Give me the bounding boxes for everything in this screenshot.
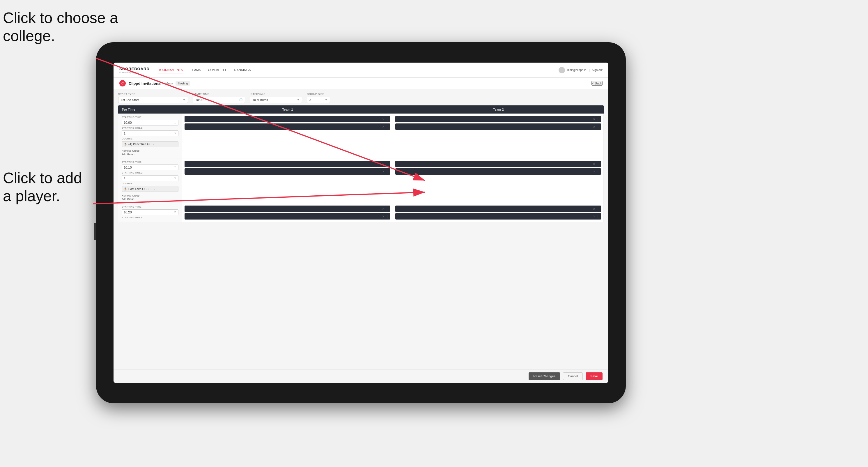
starting-time-label-3: STARTING TIME:: [122, 206, 179, 208]
team1-header: Team 1: [182, 105, 393, 114]
starting-hole-label-1: STARTING HOLE:: [122, 127, 179, 129]
clock-icon-3: ⏱: [174, 211, 176, 214]
brand-title: SCOREBOARD: [119, 67, 150, 71]
team1-cell-2: ✕ ⋮ ✕ ⋮: [182, 158, 393, 203]
start-time-label: Start Time: [193, 93, 245, 95]
x-icon-4-1[interactable]: ✕: [593, 162, 595, 166]
starting-time-input-2[interactable]: 10:10 ⏱: [122, 164, 179, 170]
chevron-down-icon-3: ▼: [325, 98, 328, 101]
start-type-select[interactable]: 1st Tee Start ▼: [118, 97, 188, 103]
x-icon-1-2[interactable]: ✕: [382, 125, 384, 128]
expand-icon-2-2[interactable]: ⋮: [596, 125, 599, 128]
start-time-select[interactable]: 10:00 🕐: [193, 97, 245, 103]
tablet-screen: SCOREBOARD Powered by clippd TOURNAMENTS…: [114, 63, 608, 383]
group-size-label: Group Size: [307, 93, 330, 95]
start-type-label: Start Type: [118, 93, 188, 95]
action-links-2: Remove Group Add Group: [122, 194, 179, 200]
brand: SCOREBOARD Powered by clippd: [119, 67, 150, 74]
player-slot-6-1[interactable]: ✕ ⋮: [395, 206, 601, 212]
cancel-button[interactable]: Cancel: [563, 372, 583, 380]
x-icon-5-1[interactable]: ✕: [382, 207, 384, 211]
x-icon-2-1[interactable]: ✕: [593, 118, 595, 121]
remove-group-link-1[interactable]: Remove Group: [122, 149, 179, 152]
remove-group-link-2[interactable]: Remove Group: [122, 194, 179, 197]
team1-cell-3: ✕ ⋮ ✕ ⋮: [182, 203, 393, 222]
group-size-select[interactable]: 3 ▼: [307, 97, 330, 103]
tablet-frame: SCOREBOARD Powered by clippd TOURNAMENTS…: [96, 42, 626, 403]
expand-icon-1-1[interactable]: ⋮: [386, 118, 389, 121]
expand-icon-6-2[interactable]: ⋮: [596, 215, 599, 218]
course-remove-2[interactable]: ×: [148, 187, 149, 191]
player-slot-3-1[interactable]: ✕ ⋮: [185, 161, 390, 167]
course-label-1: COURSE:: [122, 137, 179, 140]
expand-icon-4-2[interactable]: ⋮: [596, 170, 599, 173]
nav-committee[interactable]: COMMITTEE: [208, 67, 227, 73]
tee-sheet[interactable]: STARTING TIME: 10:00 ⏱ STARTING HOLE: 1 …: [114, 114, 608, 369]
starting-time-input-3[interactable]: 10:20 ⏱: [122, 209, 179, 215]
add-group-link-1[interactable]: Add Group: [122, 153, 179, 156]
chevron-hole-2: ▼: [174, 177, 176, 180]
event-logo: C: [119, 80, 126, 87]
player-slot-6-2[interactable]: ✕ ⋮: [395, 213, 601, 220]
x-icon-5-2[interactable]: ✕: [382, 215, 384, 218]
intervals-group: Intervals 10 Minutes ▼: [250, 93, 302, 103]
expand-icon-2-1[interactable]: ⋮: [596, 118, 599, 121]
nav-rankings[interactable]: RANKINGS: [234, 67, 251, 73]
team2-cell-3: ✕ ⋮ ✕ ⋮: [393, 203, 604, 222]
annotation-line2: college.: [3, 27, 55, 44]
x-icon-3-2[interactable]: ✕: [382, 170, 384, 173]
x-icon-1-1[interactable]: ✕: [382, 118, 384, 121]
player-slot-5-1[interactable]: ✕ ⋮: [185, 206, 390, 212]
expand-icon-5-1[interactable]: ⋮: [386, 207, 389, 211]
annotation-add-player: Click to add a player.: [3, 169, 82, 205]
expand-icon-5-2[interactable]: ⋮: [386, 215, 389, 218]
group-size-value: 3: [309, 98, 311, 102]
starting-hole-value-1: 1: [124, 132, 125, 135]
player-slot-1-1[interactable]: ✕ ⋮: [185, 116, 390, 122]
player-slot-3-2[interactable]: ✕ ⋮: [185, 168, 390, 175]
starting-hole-value-2: 1: [124, 177, 125, 180]
expand-icon-3-2[interactable]: ⋮: [386, 170, 389, 173]
course-tag-1[interactable]: 🏌 (A) Peachtree GC × ⋮: [122, 141, 179, 147]
reset-button[interactable]: Reset Changes: [529, 372, 560, 380]
x-icon-6-1[interactable]: ✕: [593, 207, 595, 211]
course-label-2: COURSE:: [122, 182, 179, 185]
sign-out-link[interactable]: Sign out: [592, 68, 602, 72]
starting-time-input-1[interactable]: 10:00 ⏱: [122, 120, 179, 125]
expand-icon-1-2[interactable]: ⋮: [386, 125, 389, 128]
player-slot-4-2[interactable]: ✕ ⋮: [395, 168, 601, 175]
save-button[interactable]: Save: [586, 372, 602, 380]
x-icon-3-1[interactable]: ✕: [382, 162, 384, 166]
intervals-select[interactable]: 10 Minutes ▼: [250, 97, 302, 103]
user-email: blair@clippd.io: [567, 68, 587, 72]
x-icon-2-2[interactable]: ✕: [593, 125, 595, 128]
hosting-badge: Hosting: [176, 81, 190, 86]
course-remove-1[interactable]: ×: [153, 143, 154, 146]
nav-teams[interactable]: TEAMS: [190, 67, 201, 73]
expand-icon-6-1[interactable]: ⋮: [596, 207, 599, 211]
top-nav: SCOREBOARD Powered by clippd TOURNAMENTS…: [114, 63, 608, 78]
sub-header: C Clippd Invitational (Men) Hosting < Ba…: [114, 78, 608, 89]
group-size-group: Group Size 3 ▼: [307, 93, 330, 103]
starting-hole-input-1[interactable]: 1 ▼: [122, 130, 179, 136]
team2-cell-1: ✕ ⋮ ✕ ⋮: [393, 114, 604, 158]
player-slot-2-1[interactable]: ✕ ⋮: [395, 116, 601, 122]
starting-time-value-1: 10:00: [124, 121, 132, 124]
x-icon-6-2[interactable]: ✕: [593, 215, 595, 218]
starting-hole-input-2[interactable]: 1 ▼: [122, 175, 179, 181]
add-group-link-2[interactable]: Add Group: [122, 198, 179, 200]
main-content: Start Type 1st Tee Start ▼ Start Time 10…: [114, 89, 608, 383]
player-slot-1-2[interactable]: ✕ ⋮: [185, 123, 390, 130]
player-slot-5-2[interactable]: ✕ ⋮: [185, 213, 390, 220]
back-button[interactable]: < Back: [591, 81, 602, 86]
x-icon-4-2[interactable]: ✕: [593, 170, 595, 173]
starting-hole-label-3: STARTING HOLE:: [122, 216, 179, 219]
expand-icon-4-1[interactable]: ⋮: [596, 162, 599, 166]
nav-tournaments[interactable]: TOURNAMENTS: [158, 67, 183, 73]
expand-icon-3-1[interactable]: ⋮: [386, 162, 389, 166]
tee-time-header: Tee Time: [118, 105, 182, 114]
tee-left-2: STARTING TIME: 10:10 ⏱ STARTING HOLE: 1 …: [118, 158, 182, 203]
course-tag-2[interactable]: 🏌 East Lake GC × ⋮: [122, 186, 179, 192]
player-slot-2-2[interactable]: ✕ ⋮: [395, 123, 601, 130]
player-slot-4-1[interactable]: ✕ ⋮: [395, 161, 601, 167]
